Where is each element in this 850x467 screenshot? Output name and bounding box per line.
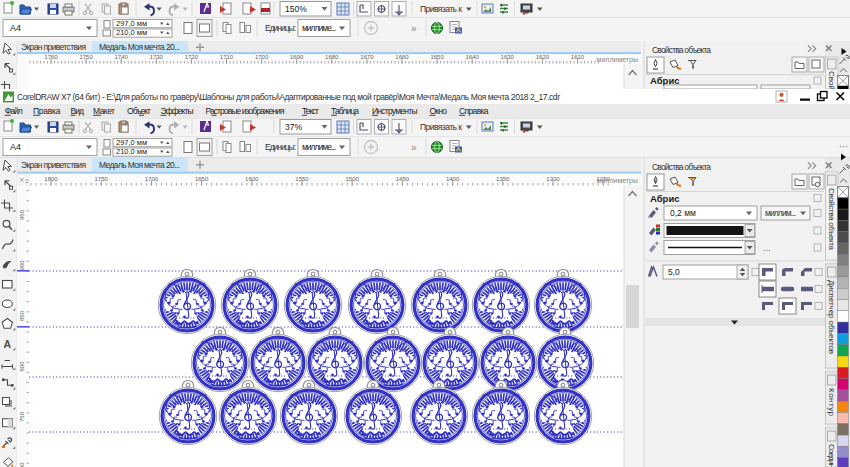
svg-text:»: » bbox=[411, 23, 417, 34]
svg-text:1700: 1700 bbox=[255, 54, 269, 60]
svg-text:1350: 1350 bbox=[496, 176, 510, 182]
svg-text:Абрис: Абрис bbox=[650, 75, 680, 86]
svg-text:210,0 мм: 210,0 мм bbox=[116, 147, 147, 156]
svg-text:1630: 1630 bbox=[501, 54, 515, 60]
svg-text:1730: 1730 bbox=[150, 54, 164, 60]
svg-text:Единицы:: Единицы: bbox=[265, 23, 296, 33]
svg-text:Экран приветствия: Экран приветствия bbox=[21, 160, 86, 170]
svg-text:Медаль Моя мечта 20...: Медаль Моя мечта 20... bbox=[99, 160, 180, 170]
svg-text:1670: 1670 bbox=[360, 54, 374, 60]
svg-text:1450: 1450 bbox=[396, 176, 410, 182]
svg-text:Инструменты: Инструменты bbox=[372, 106, 418, 116]
svg-text:миллиме...: миллиме... bbox=[302, 23, 336, 33]
svg-text:1620: 1620 bbox=[536, 54, 550, 60]
svg-text:...: ... bbox=[763, 243, 771, 253]
svg-text:1800: 1800 bbox=[44, 176, 58, 182]
svg-text:A4: A4 bbox=[10, 23, 21, 33]
svg-text:Соединить: Соединить bbox=[827, 444, 836, 467]
svg-text:Единицы:: Единицы: bbox=[265, 142, 296, 152]
svg-text:1680: 1680 bbox=[325, 54, 339, 60]
svg-text:Медаль Моя мечта 20...: Медаль Моя мечта 20... bbox=[99, 42, 180, 52]
svg-text:700: 700 bbox=[19, 462, 25, 467]
svg-text:1500: 1500 bbox=[346, 176, 360, 182]
svg-text:Диспетчер объектов: Диспетчер объектов bbox=[827, 280, 836, 354]
svg-text:800: 800 bbox=[19, 361, 25, 372]
svg-text:A: A bbox=[4, 338, 12, 350]
svg-text:1750: 1750 bbox=[95, 176, 109, 182]
svg-text:37%: 37% bbox=[285, 122, 302, 132]
svg-text:1650: 1650 bbox=[430, 54, 444, 60]
svg-text:1740: 1740 bbox=[115, 54, 129, 60]
svg-text:Файл: Файл bbox=[5, 106, 23, 116]
svg-text:миллим...: миллим... bbox=[765, 208, 796, 218]
svg-text:850: 850 bbox=[19, 310, 25, 321]
svg-text:297,0 мм: 297,0 мм bbox=[116, 138, 147, 147]
svg-text:1400: 1400 bbox=[446, 176, 460, 182]
svg-text:Макет: Макет bbox=[93, 106, 115, 116]
svg-text:Контур: Контур bbox=[827, 388, 836, 417]
svg-text:1600: 1600 bbox=[245, 176, 259, 182]
svg-text:210,0 мм: 210,0 мм bbox=[116, 28, 147, 37]
svg-text:150%: 150% bbox=[285, 4, 307, 14]
svg-text:миллиметры: миллиметры bbox=[597, 177, 638, 185]
svg-text:950: 950 bbox=[19, 209, 25, 220]
svg-text:1710: 1710 bbox=[220, 54, 234, 60]
svg-text:Абрис: Абрис bbox=[650, 193, 680, 204]
svg-text:Окно: Окно bbox=[430, 106, 448, 116]
svg-text:1660: 1660 bbox=[395, 54, 409, 60]
svg-text:900: 900 bbox=[19, 260, 25, 271]
svg-text:1720: 1720 bbox=[185, 54, 199, 60]
svg-text:Свойства объекта: Свойства объекта bbox=[652, 162, 711, 172]
svg-text:1690: 1690 bbox=[290, 54, 304, 60]
svg-text:Свойства объекта: Свойства объекта bbox=[652, 45, 711, 55]
svg-text:Справка: Справка bbox=[459, 106, 489, 116]
svg-text:1700: 1700 bbox=[145, 176, 159, 182]
svg-text:миллиме...: миллиме... bbox=[302, 142, 336, 152]
svg-text:CorelDRAW X7 (64 бит) - E:\Для: CorelDRAW X7 (64 бит) - E:\Для работы по… bbox=[17, 92, 560, 102]
svg-text:1610: 1610 bbox=[571, 54, 585, 60]
svg-text:Экран приветствия: Экран приветствия bbox=[21, 42, 86, 52]
svg-text:Таблица: Таблица bbox=[331, 106, 359, 116]
svg-text:750: 750 bbox=[19, 411, 25, 422]
svg-text:Вид: Вид bbox=[71, 106, 85, 116]
svg-text:5,0: 5,0 bbox=[668, 267, 680, 277]
svg-text:Привязать к: Привязать к bbox=[420, 4, 462, 14]
svg-text:1650: 1650 bbox=[195, 176, 209, 182]
svg-text:Растровые изображения: Растровые изображения bbox=[206, 106, 285, 116]
svg-text:Текст: Текст bbox=[302, 106, 319, 116]
svg-text:Эффекты: Эффекты bbox=[161, 106, 194, 116]
svg-text:миллиметры: миллиметры bbox=[597, 56, 638, 64]
svg-text:1300: 1300 bbox=[546, 176, 560, 182]
svg-text:Правка: Правка bbox=[33, 106, 61, 116]
svg-text:297,0 мм: 297,0 мм bbox=[116, 19, 147, 28]
svg-text:0,2 мм: 0,2 мм bbox=[670, 208, 696, 218]
svg-text:1750: 1750 bbox=[79, 54, 93, 60]
svg-text:1550: 1550 bbox=[295, 176, 309, 182]
svg-text:Свойства объекта: Свойства объекта bbox=[827, 188, 836, 251]
svg-text:1760: 1760 bbox=[44, 54, 58, 60]
svg-text:Привязать к: Привязать к bbox=[420, 122, 462, 132]
svg-text:A4: A4 bbox=[10, 142, 21, 152]
svg-text:»: » bbox=[411, 142, 417, 153]
svg-text:1640: 1640 bbox=[466, 54, 480, 60]
svg-text:Объект: Объект bbox=[127, 106, 151, 116]
